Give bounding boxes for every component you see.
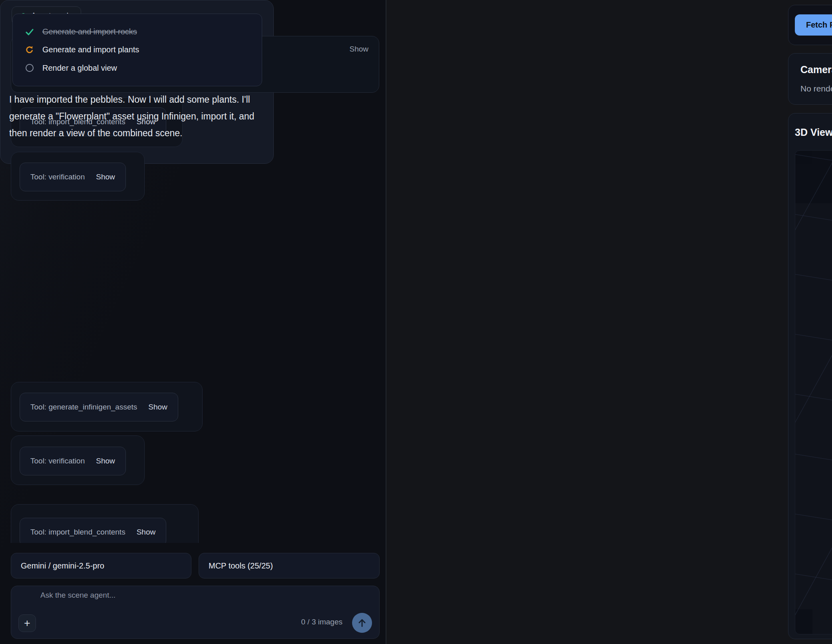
- send-button[interactable]: [352, 613, 372, 633]
- task-row-rocks: Generate and import rocks: [25, 27, 250, 37]
- task-label: Generate and import rocks: [42, 27, 137, 36]
- tool-chip-import-blend-contents: Tool: import_blend_contents Show: [20, 518, 166, 543]
- 3d-scene-render: [795, 151, 832, 634]
- tool-chip-generate-infinigen-assets: Tool: generate_infinigen_assets Show: [20, 393, 178, 421]
- plus-icon: +: [24, 617, 30, 630]
- tool-call-bubble: Tool: verification Show: [11, 435, 145, 485]
- arrow-up-icon: [357, 618, 367, 628]
- tool-show-button[interactable]: Show: [137, 528, 156, 537]
- tool-name: Tool: verification: [30, 173, 85, 181]
- mcp-tools-selector[interactable]: MCP tools (25/25): [199, 553, 380, 578]
- tool-call-bubble: Tool: import_blend_contents Show: [11, 504, 199, 543]
- model-label: Gemini / gemini-2.5-pro: [21, 561, 104, 570]
- viewport-header: 3D Viewport EnvLight Studio Fullscreen S…: [795, 122, 832, 142]
- renders-empty-state: No renders loaded yet.: [800, 84, 832, 93]
- model-selector[interactable]: Gemini / gemini-2.5-pro: [11, 553, 191, 578]
- pending-circle-icon: [25, 63, 34, 73]
- viewport-card: 3D Viewport EnvLight Studio Fullscreen S…: [788, 113, 832, 639]
- camera-renders-title: Camera Renders: [800, 64, 832, 76]
- mcp-tools-label: MCP tools (25/25): [209, 561, 273, 570]
- assistant-message-text: I have imported the pebbles. Now I will …: [9, 91, 263, 141]
- camera-renders-card: Camera Renders Show Local Camera No rend…: [788, 53, 832, 105]
- viewport-canvas[interactable]: [795, 150, 832, 634]
- tool-chip-verification: Tool: verification Show: [20, 163, 126, 191]
- tool-call-bubble: Tool: verification Show: [11, 152, 145, 201]
- tool-call-bubble: Tool: generate_infinigen_assets Show: [11, 382, 203, 431]
- tool-chip-verification: Tool: verification Show: [20, 447, 126, 475]
- tool-name: Tool: generate_infinigen_assets: [30, 403, 137, 411]
- composer: + 0 / 3 images: [11, 586, 380, 639]
- scene-panel: Fetch Renders Fetch Scene Download Auto-…: [386, 0, 832, 644]
- task-list: Generate and import rocks Generate and i…: [12, 14, 262, 86]
- viewport-title: 3D Viewport: [795, 127, 832, 138]
- tool-name: Tool: verification: [30, 457, 85, 465]
- graph-timeline-show-button[interactable]: Show: [349, 45, 368, 54]
- tool-show-button[interactable]: Show: [96, 173, 115, 181]
- in-progress-spinner-icon: [25, 45, 34, 55]
- check-icon: [25, 27, 34, 37]
- task-row-render: Render a global view: [25, 63, 250, 73]
- tool-name: Tool: import_blend_contents: [30, 528, 125, 537]
- render-controls-card: Fetch Renders Fetch Scene Download Auto-…: [788, 5, 832, 45]
- attach-image-button[interactable]: +: [18, 614, 36, 632]
- chat-input[interactable]: [40, 591, 320, 615]
- task-row-plants: Generate and import plants: [25, 45, 250, 55]
- assistant-message-bubble: Generate and import rocks Generate and i…: [0, 0, 274, 164]
- task-label: Generate and import plants: [42, 45, 139, 54]
- image-counter: 0 / 3 images: [301, 618, 343, 626]
- fetch-renders-button[interactable]: Fetch Renders: [795, 14, 832, 36]
- task-label: Render a global view: [42, 64, 117, 73]
- tool-show-button[interactable]: Show: [148, 403, 167, 411]
- clipped-bubble-wrap: Tool: import_blend_contents Show: [11, 504, 199, 543]
- tool-show-button[interactable]: Show: [96, 457, 115, 465]
- chat-panel: Agent ready Graph timeline Show update_m…: [0, 0, 386, 644]
